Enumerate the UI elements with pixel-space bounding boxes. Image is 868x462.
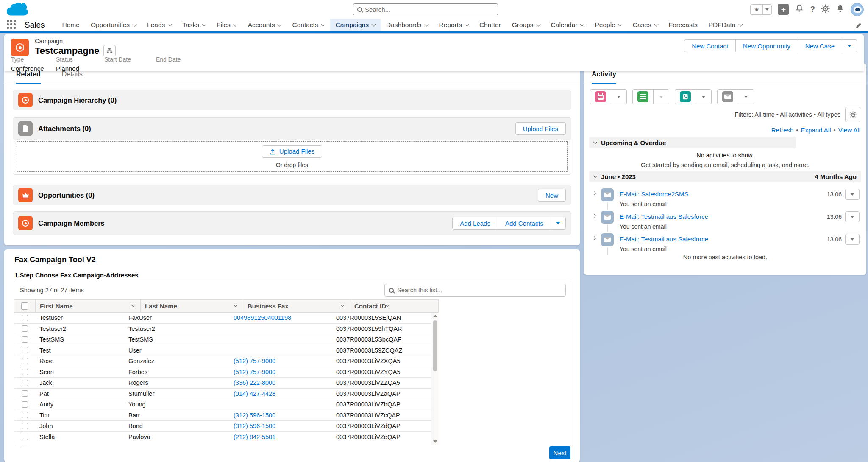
list-search[interactable] bbox=[384, 284, 566, 297]
list-search-input[interactable] bbox=[397, 287, 561, 294]
nav-tab[interactable]: Files bbox=[211, 19, 242, 31]
scroll-up-arrow[interactable] bbox=[433, 315, 437, 317]
activity-title-link[interactable]: E-Mail: Testmail aus Salesforce bbox=[620, 235, 708, 243]
row-checkbox[interactable] bbox=[22, 412, 28, 418]
table-row[interactable]: Andy Young 0037R00003LiVZbQAP bbox=[14, 399, 431, 410]
row-checkbox[interactable] bbox=[22, 358, 28, 364]
table-row[interactable]: Test User 0037R00003L59ZCQAZ bbox=[14, 345, 431, 356]
row-checkbox[interactable] bbox=[22, 315, 28, 321]
expand-chevron-icon[interactable] bbox=[592, 236, 596, 241]
cell-business-fax-link[interactable]: (512) 757-9000 bbox=[234, 369, 275, 375]
table-row[interactable]: Lauren Boyle (212) 842-5501 0037R00003Li… bbox=[14, 442, 431, 445]
nav-tab[interactable]: Dashboards bbox=[381, 19, 434, 31]
row-checkbox[interactable] bbox=[22, 390, 28, 397]
table-row[interactable]: TestSMS TestSMS 0037R00003L5SbcQAF bbox=[14, 334, 431, 345]
nav-tab[interactable]: Campaigns bbox=[330, 19, 381, 31]
nav-tab[interactable]: Chatter bbox=[474, 19, 506, 31]
new-task-dropdown[interactable] bbox=[653, 89, 669, 104]
new-event-dropdown[interactable] bbox=[611, 89, 627, 104]
nav-tab[interactable]: Leads bbox=[142, 19, 177, 31]
scroll-down-arrow[interactable] bbox=[433, 440, 437, 443]
nav-tab[interactable]: Calendar bbox=[545, 19, 590, 31]
tab-activity[interactable]: Activity bbox=[592, 70, 616, 84]
table-row[interactable]: Stella Pavlova (212) 842-5501 0037R00003… bbox=[14, 432, 431, 443]
select-all-checkbox[interactable] bbox=[21, 302, 28, 310]
row-checkbox[interactable] bbox=[22, 434, 28, 440]
dropzone-upload-files-button[interactable]: Upload Files bbox=[262, 145, 322, 158]
view-hierarchy-button[interactable] bbox=[103, 45, 116, 56]
new-event-button[interactable] bbox=[590, 89, 611, 104]
add-contacts-button[interactable]: Add Contacts bbox=[498, 217, 551, 230]
setup-gear-icon[interactable] bbox=[821, 4, 830, 15]
table-row[interactable]: John Bond (312) 596-1500 0037R00003LiVZd… bbox=[14, 421, 431, 432]
table-scrollbar[interactable] bbox=[431, 313, 439, 445]
activity-actions-dropdown[interactable] bbox=[845, 211, 860, 222]
expand-all-link[interactable]: Expand All bbox=[801, 126, 831, 134]
table-row[interactable]: Rose Gonzalez (512) 757-9000 0037R00003L… bbox=[14, 356, 431, 367]
row-checkbox[interactable] bbox=[22, 445, 28, 445]
table-row[interactable]: Pat Stumuller (014) 427-4428 0037R00003L… bbox=[14, 389, 431, 400]
tab-related[interactable]: Related bbox=[16, 70, 41, 84]
edit-nav-pencil-icon[interactable] bbox=[855, 22, 862, 31]
app-launcher-icon[interactable] bbox=[7, 20, 18, 31]
scrollbar-thumb[interactable] bbox=[433, 320, 437, 371]
activity-actions-dropdown[interactable] bbox=[845, 234, 860, 245]
nav-tab[interactable]: Forecasts bbox=[663, 19, 703, 31]
nav-tab[interactable]: Groups bbox=[506, 19, 545, 31]
view-all-link[interactable]: View All bbox=[838, 126, 860, 134]
tab-details[interactable]: Details bbox=[62, 70, 83, 84]
expand-chevron-icon[interactable] bbox=[592, 214, 596, 218]
refresh-link[interactable]: Refresh bbox=[771, 126, 794, 134]
log-a-call-dropdown[interactable] bbox=[696, 89, 712, 104]
upload-files-button[interactable]: Upload Files bbox=[515, 122, 566, 135]
cell-business-fax-link[interactable]: (014) 427-4428 bbox=[234, 390, 275, 397]
next-button[interactable]: Next bbox=[549, 446, 570, 459]
table-row[interactable]: Testuser FaxUser 00498912504001198 0037R… bbox=[14, 313, 431, 324]
nav-tab[interactable]: Contacts bbox=[287, 19, 330, 31]
nav-tab[interactable]: Reports bbox=[434, 19, 474, 31]
members-more-dropdown[interactable] bbox=[551, 217, 566, 230]
new-opportunity-related-button[interactable]: New bbox=[538, 189, 566, 202]
guidance-bell-icon[interactable] bbox=[795, 4, 804, 15]
cell-business-fax-link[interactable]: (336) 222-8000 bbox=[234, 379, 275, 386]
file-dropzone[interactable]: Upload Files Or drop files bbox=[17, 141, 568, 172]
row-checkbox[interactable] bbox=[22, 347, 28, 353]
global-actions-plus-icon[interactable]: + bbox=[778, 4, 789, 15]
row-checkbox[interactable] bbox=[22, 380, 28, 386]
column-header[interactable]: Last Name bbox=[140, 300, 243, 312]
row-checkbox[interactable] bbox=[22, 401, 28, 408]
cell-business-fax-link[interactable]: 00498912504001198 bbox=[234, 314, 291, 321]
column-header[interactable]: Contact ID bbox=[350, 300, 395, 312]
row-checkbox[interactable] bbox=[22, 423, 28, 429]
activity-settings-gear-icon[interactable] bbox=[845, 107, 860, 122]
nav-tab[interactable]: Cases bbox=[627, 19, 663, 31]
table-row[interactable]: Testuser2 Testuser2 0037R00003L59hTQAR bbox=[14, 324, 431, 335]
cell-business-fax-link[interactable]: (212) 842-5501 bbox=[234, 434, 275, 440]
table-row[interactable]: Jack Rogers (336) 222-8000 0037R00003LiV… bbox=[14, 378, 431, 389]
nav-tab[interactable]: People bbox=[589, 19, 627, 31]
cell-business-fax-link[interactable]: (212) 842-5501 bbox=[234, 444, 275, 445]
expand-chevron-icon[interactable] bbox=[592, 191, 596, 196]
month-section[interactable]: June • 2023 4 Months Ago bbox=[589, 171, 861, 182]
row-checkbox[interactable] bbox=[22, 325, 28, 332]
table-row[interactable]: Tim Barr (312) 596-1500 0037R00003LiVZcQ… bbox=[14, 410, 431, 421]
activity-actions-dropdown[interactable] bbox=[845, 189, 860, 200]
new-case-button[interactable]: New Case bbox=[798, 39, 842, 52]
log-a-call-button[interactable] bbox=[675, 89, 696, 104]
favorites-dropdown-icon[interactable] bbox=[762, 4, 772, 15]
row-checkbox[interactable] bbox=[22, 369, 28, 375]
global-search[interactable] bbox=[353, 3, 498, 15]
notifications-bell-icon[interactable] bbox=[836, 4, 845, 15]
opportunities-card[interactable]: Opportunities (0) New bbox=[13, 185, 571, 205]
column-header[interactable]: Business Fax bbox=[243, 300, 350, 312]
new-opportunity-button[interactable]: New Opportunity bbox=[735, 39, 798, 52]
nav-tab[interactable]: PDFData bbox=[703, 19, 748, 31]
new-contact-button[interactable]: New Contact bbox=[684, 39, 736, 52]
row-checkbox[interactable] bbox=[22, 336, 28, 343]
campaign-hierarchy-card[interactable]: Campaign Hierarchy (0) bbox=[13, 90, 571, 110]
add-leads-button[interactable]: Add Leads bbox=[452, 217, 498, 230]
email-button[interactable] bbox=[717, 89, 738, 104]
cell-business-fax-link[interactable]: (312) 596-1500 bbox=[234, 423, 275, 429]
nav-tab[interactable]: Opportunities bbox=[85, 19, 142, 31]
column-header[interactable]: First Name bbox=[35, 300, 140, 312]
